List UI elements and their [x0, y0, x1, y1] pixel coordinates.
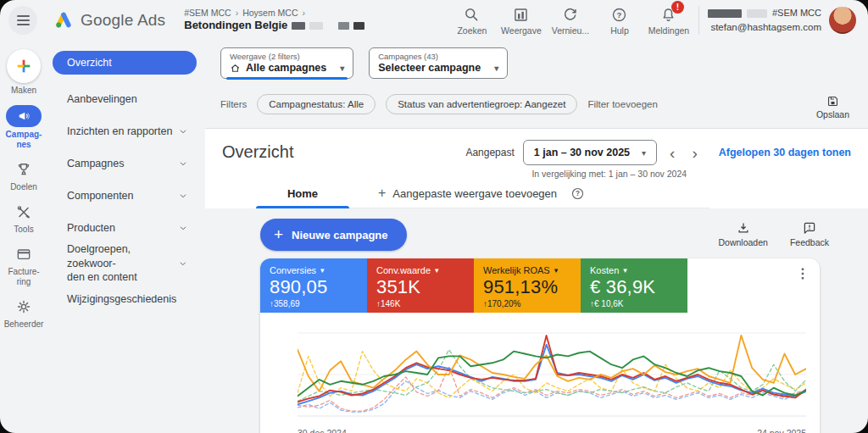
rail-item-admin[interactable]: Beheerder [4, 297, 44, 330]
campaign-selector-dropdown[interactable]: Campagnes (43) Selecteer campagne ▾ [369, 47, 508, 79]
metric-delta: ↑170,20% [483, 299, 571, 308]
create-plus-icon [7, 49, 41, 83]
show-last-30-days-link[interactable]: Afgelopen 30 dagen tonen [719, 147, 851, 158]
breadcrumb: #SEM MCC › Hoysem MCC › Betondingen Belg… [184, 8, 364, 32]
feedback-button[interactable]: Feedback [790, 220, 829, 247]
chevron-right-icon: › [236, 8, 239, 19]
rail-item-billing[interactable]: Facture- ring [8, 244, 39, 287]
refresh-icon [561, 6, 579, 24]
rail-item-campaigns[interactable]: Campag- nes [6, 105, 42, 150]
scorecard-conversions[interactable]: Conversies▾ 890,05 ↑358,69 [260, 258, 367, 313]
tools-icon [15, 202, 32, 222]
plus-icon: + [274, 225, 283, 244]
search-button[interactable]: Zoeken [448, 6, 497, 36]
next-period-button[interactable]: › [687, 145, 701, 161]
filter-chip-campaign-status[interactable]: Campagnestatus: Alle [257, 94, 376, 114]
sidebar-item-campaigns[interactable]: Campagnes [53, 147, 197, 180]
sidebar-navigation: Overzicht Aanbevelingen Inzichten en rap… [47, 41, 205, 433]
refresh-button[interactable]: Vernieu... [546, 6, 595, 36]
trophy-icon [15, 159, 32, 180]
new-campaign-button[interactable]: + Nieuwe campagne [260, 219, 407, 251]
scorecard-cost[interactable]: Kosten▾ € 36,9K ↑€ 10,6K [581, 258, 687, 313]
breadcrumb-item[interactable]: Hoysem MCC [242, 8, 298, 19]
chevron-right-icon: › [303, 8, 306, 19]
chart-series-werkelijk-roas [298, 336, 806, 391]
sidebar-item-change-history[interactable]: Wijzigingsgeschiedenis [53, 283, 197, 315]
comparison-period-label: In vergelijking met: 1 jan – 30 nov 2024 [531, 169, 851, 179]
notifications-button[interactable]: ! Meldingen [644, 6, 693, 36]
chevron-down-icon [178, 158, 188, 169]
billing-card-icon [15, 244, 32, 264]
sidebar-item-recommendations[interactable]: Aanbevelingen [53, 83, 197, 115]
chevron-down-icon [178, 223, 188, 233]
tab-help-button[interactable]: ? [570, 186, 585, 201]
caret-down-icon: ▾ [623, 266, 627, 275]
scorecard-conversion-value[interactable]: Conv.waarde▾ 351K ↑146K [367, 258, 474, 313]
redacted-text [292, 22, 305, 30]
account-email: stefan@hashtagsem.com [708, 20, 821, 34]
metric-value: 890,05 [270, 276, 358, 298]
breadcrumb-current[interactable]: Betondingen Belgie [184, 19, 287, 32]
x-axis-end-label: 24 nov 2025 [757, 428, 806, 433]
rail-item-goals[interactable]: Doelen [10, 159, 37, 192]
previous-period-button[interactable]: ‹ [665, 145, 679, 161]
view-selector-dropdown[interactable]: Weergave (2 filters) Alle campagnes ▾ [220, 47, 353, 79]
tab-home[interactable]: Home [256, 179, 349, 208]
svg-text:?: ? [576, 190, 580, 197]
chevron-down-icon [178, 126, 188, 136]
add-filter-button[interactable]: Filter toevoegen [587, 99, 657, 109]
avatar[interactable] [829, 7, 856, 34]
chart-series-conv-waarde [298, 336, 806, 402]
megaphone-icon [6, 105, 42, 127]
product-name: Google Ads [81, 11, 165, 30]
sidebar-item-components[interactable]: Componenten [53, 180, 197, 212]
metric-delta: ↑358,69 [270, 299, 358, 308]
home-icon [230, 63, 241, 74]
menu-icon[interactable] [8, 6, 37, 35]
filter-chip-adgroup-status[interactable]: Status van advertentiegroep: Aangezet [386, 94, 577, 114]
account-menu[interactable]: #SEM MCC stefan@hashtagsem.com [708, 7, 821, 33]
metric-value: € 36,9K [590, 276, 678, 298]
add-custom-view-button[interactable]: + Aangepaste weergave toevoegen [378, 186, 557, 201]
rail-item-tools[interactable]: Tools [14, 202, 33, 235]
help-icon: ? [570, 186, 585, 201]
caret-down-icon: ▾ [494, 64, 498, 73]
save-button[interactable]: Opslaan [816, 94, 849, 119]
google-ads-logo[interactable]: Google Ads [53, 10, 165, 31]
sidebar-item-insights-reports[interactable]: Inzichten en rapporten [53, 115, 197, 147]
chevron-down-icon [178, 191, 188, 201]
date-mode-label: Aangepast [465, 147, 514, 158]
notification-badge: ! [671, 1, 684, 14]
help-icon: ? [610, 6, 628, 24]
x-axis-start-label: 30 dec 2024 [298, 428, 347, 433]
card-overflow-menu[interactable]: ⋮ [796, 267, 810, 280]
top-app-bar: Google Ads #SEM MCC › Hoysem MCC › Beton… [0, 0, 868, 41]
date-range-picker[interactable]: 1 jan – 30 nov 2025 ▾ [523, 140, 657, 165]
performance-trend-chart [298, 328, 806, 423]
metric-delta: ↑146K [376, 299, 465, 308]
caret-down-icon: ▾ [642, 148, 646, 158]
breadcrumb-item[interactable]: #SEM MCC [184, 8, 231, 19]
metric-value: 351K [376, 276, 465, 298]
sidebar-item-audiences-keywords-content[interactable]: Doelgroepen, zoekwoor- den en content [53, 244, 197, 283]
page-title: Overzicht [222, 142, 293, 162]
feedback-icon [802, 220, 817, 236]
download-button[interactable]: Downloaden [718, 220, 767, 247]
divider [698, 6, 699, 35]
chart-x-axis: 30 dec 2024 24 nov 2025 [298, 428, 806, 433]
filters-label: Filters [220, 99, 247, 109]
main-content: Weergave (2 filters) Alle campagnes ▾ Ca… [205, 41, 868, 433]
scorecard-actual-roas[interactable]: Werkelijk ROAS▾ 951,13% ↑170,20% [474, 258, 581, 313]
redacted-text [338, 22, 349, 30]
redacted-text [708, 9, 742, 18]
search-icon [463, 6, 481, 24]
metric-value: 951,13% [483, 276, 571, 298]
sidebar-item-overview[interactable]: Overzicht [53, 51, 197, 75]
rail-item-create[interactable]: Maken [7, 49, 41, 96]
appearance-button[interactable]: Weergave [497, 6, 546, 36]
help-button[interactable]: ? Hulp [595, 6, 644, 36]
caret-down-icon: ▾ [435, 266, 439, 275]
tab-strip: Home + Aangepaste weergave toevoegen ? [256, 179, 709, 208]
gear-icon [15, 297, 32, 317]
sidebar-item-products[interactable]: Producten [53, 212, 197, 244]
